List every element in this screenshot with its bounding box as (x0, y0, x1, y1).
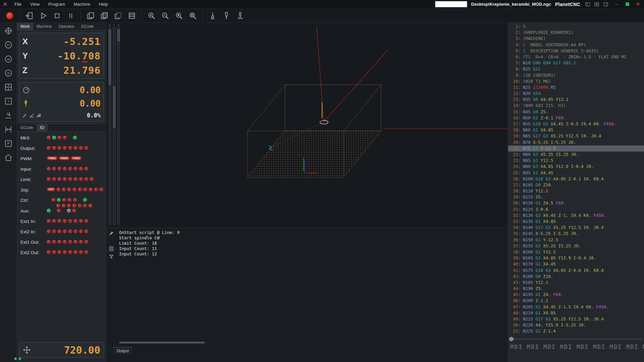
gcode-line[interactable]: 39:N165 G3 X4.85 Y12.9 I-0.4 J0. (508, 255, 644, 261)
gcode-line[interactable]: 23:N85 G1 Y12.5 (508, 158, 644, 164)
gcode-line[interactable]: 30:N120 G1 Z4.5 F60. (508, 200, 644, 206)
tab-io[interactable]: IO (37, 124, 48, 131)
z-probe-button[interactable]: Z (2, 110, 15, 120)
start-button[interactable] (37, 10, 50, 21)
view-slider-y-handle[interactable] (113, 86, 115, 128)
stop-button[interactable] (51, 10, 63, 21)
gcode-line[interactable]: 1:% (508, 23, 644, 29)
pause-button[interactable] (64, 10, 77, 21)
move-to-xy-zero-button[interactable]: XY (2, 40, 15, 50)
zoom-out-button[interactable] (159, 10, 172, 21)
menu-view[interactable]: View (26, 2, 44, 7)
gcode-line[interactable]: 26:N100 G18 G3 X4.05 Z-0.1 I0. K0.4 (508, 176, 644, 182)
gcode-line[interactable]: 8:N15 G21 (508, 66, 644, 72)
gcode-line[interactable]: 47:N205 G2 X4.45 Z-1.5 I0.4 K0. F450. (508, 304, 644, 310)
view-layers-button[interactable] (125, 10, 138, 21)
gcode-line[interactable]: 22:N80 G3 X5.25 I5.25 J0. (508, 152, 644, 158)
gcode-line[interactable]: 7:N10 G90 G94 G17 G91.1 (508, 60, 644, 66)
view-slider-z-handle[interactable] (117, 29, 120, 41)
toolpath-scene[interactable] (106, 23, 508, 228)
log-file-icon[interactable] (109, 246, 114, 251)
gcode-line[interactable]: 46:N200 Z-1.1 (508, 298, 644, 304)
gcode-line[interactable]: 17:N55 G18 G2 X4.45 Z-0.5 I0.4 K0. F450. (508, 121, 644, 127)
zoom-extents-button[interactable] (186, 10, 199, 21)
gcode-line[interactable]: 28:N110 Y12.1 (508, 188, 644, 194)
gcode-line[interactable]: 40:N170 G1 X4.45 (508, 261, 644, 267)
gcode-line[interactable]: 24:N90 G3 X4.85 Y12.9 I-0.4 J0. (508, 164, 644, 170)
menu-machine[interactable]: Machine (69, 2, 95, 7)
tool-measure-button[interactable]: T (2, 96, 15, 106)
gcode-line[interactable]: 5:( DESCRIPTION GENERIC 3-AXIS) (508, 48, 644, 54)
gcode-line[interactable]: 48:N210 G1 X4.85 (508, 310, 644, 316)
tool-sensor-button[interactable] (234, 10, 247, 21)
view-slider-z[interactable] (117, 27, 120, 225)
probe-button[interactable] (206, 10, 219, 21)
close-button[interactable]: ✕ (635, 1, 641, 7)
menu-help[interactable]: Help (95, 2, 112, 7)
quick-entry-field[interactable] (435, 1, 467, 7)
move-to-position-button[interactable] (2, 25, 15, 36)
gcode-line[interactable]: 34:N140 G17 G3 X5.25 Y12.5 I0. J0.4 (508, 225, 644, 231)
view-wireframe-button[interactable] (84, 10, 97, 21)
minimize-button[interactable]: – (613, 1, 620, 7)
dro-axis-x[interactable]: X-5.251 (22, 34, 101, 49)
gcode-line[interactable]: 44:N190 Z5. (508, 286, 644, 292)
estop-button[interactable] (3, 10, 16, 21)
gcode-line[interactable]: 21:N75 G1 Y-12.5 (508, 145, 644, 152)
gcode-line[interactable]: 27:N105 G0 Z10. (508, 182, 644, 188)
view-slider-y[interactable] (113, 27, 116, 225)
gcode-line[interactable]: 38:N160 G1 Y12.5 (508, 249, 644, 255)
pin-icon[interactable] (109, 231, 114, 236)
zoom-in-button[interactable] (145, 10, 158, 21)
jog-move-icon[interactable] (23, 346, 31, 354)
gcode-line[interactable]: 18:N60 G1 X4.85 (508, 127, 644, 133)
gcode-line[interactable]: 49:N215 G17 G3 X5.25 Y12.5 I0. J0.4 (508, 316, 644, 322)
gcode-line[interactable]: 36:N150 G1 Y-12.5 (508, 237, 644, 243)
panel-grid-toggle-icon[interactable] (593, 1, 600, 7)
gcode-line[interactable]: 43:N185 Y12.1 (508, 280, 644, 286)
panel-left-toggle-icon[interactable] (584, 1, 591, 7)
home-button[interactable] (2, 152, 15, 163)
gcode-line[interactable]: 33:N135 G1 X4.85 (508, 219, 644, 225)
gcode-line[interactable]: 41:N175 G18 G3 X4.05 Z-0.6 I0. K0.4 (508, 267, 644, 274)
tab-operator[interactable]: Operator (55, 23, 77, 30)
gcode-line[interactable]: 15:N45 G0 Z5. (508, 109, 644, 115)
maximize-button[interactable] (624, 1, 631, 7)
gcode-line[interactable]: 4:( MODEL VEKTRONIK-A4 RP) (508, 42, 644, 48)
panel-right-toggle-icon[interactable] (602, 1, 609, 7)
view-slider-x[interactable] (108, 27, 111, 225)
gcode-line[interactable]: 37:N155 G3 X5.25 I5.25 J0. (508, 243, 644, 249)
tab-output[interactable]: Output (113, 347, 132, 354)
goto-g30-button[interactable]: 30 (2, 68, 15, 78)
limits-button[interactable] (2, 124, 15, 134)
view-solid-button[interactable] (98, 10, 111, 21)
gcode-horizontal-scrollbar[interactable] (508, 337, 644, 341)
zoom-tool-button[interactable] (173, 10, 185, 21)
park-button[interactable]: P (2, 138, 15, 148)
gcode-line[interactable]: 10:(N20 T1 M6) (508, 78, 644, 84)
tab-gcode[interactable]: GCode (17, 124, 37, 131)
gcode-line[interactable]: 16:N50 G1 Z-0.1 F60. (508, 115, 644, 121)
gcode-line[interactable]: 12:N30 G54 (508, 90, 644, 97)
gcode-line[interactable]: 14:(N40 G43 Z15. H1) (508, 103, 644, 109)
gcode-line[interactable]: 29:N115 Z5. (508, 194, 644, 200)
view-bounds-button[interactable] (112, 10, 124, 21)
tab-work[interactable]: Work (17, 23, 33, 30)
gcode-line[interactable]: 6:(T1 D=4. CR=0. - ZMIN=-1.5 - FLAT END … (508, 54, 644, 60)
tool-offset-button[interactable] (2, 82, 15, 92)
dro-axis-y[interactable]: Y-10.708 (22, 49, 101, 63)
gcode-line[interactable]: 50:N220 X4. Y15.9 I-5.25 J0. (508, 322, 644, 328)
gcode-line[interactable]: 51:N225 G1 Z-1.4 (508, 328, 644, 334)
dro-axis-z[interactable]: Z21.796 (22, 63, 101, 77)
menu-program[interactable]: Program (44, 2, 69, 7)
tab-machine[interactable]: Machine (33, 23, 55, 30)
spindle-button[interactable] (220, 10, 233, 21)
console-horizontal-scrollbar[interactable] (119, 342, 205, 344)
gcode-line[interactable]: 20:N70 X-5.25 I-5.25 J0. (508, 139, 644, 145)
gcode-scroll-track[interactable] (509, 339, 643, 340)
filter-icon[interactable] (109, 254, 114, 259)
gcode-line[interactable]: 32:N130 G2 X4.45 Z-1. I0.4 K0. F450. (508, 213, 644, 219)
gcode-line[interactable]: 2:(KREPLENIE_KERAMIKI) (508, 29, 644, 36)
open-program-button[interactable] (23, 10, 36, 21)
gcode-line[interactable]: 11:N25 S15000 M3 (508, 84, 644, 90)
